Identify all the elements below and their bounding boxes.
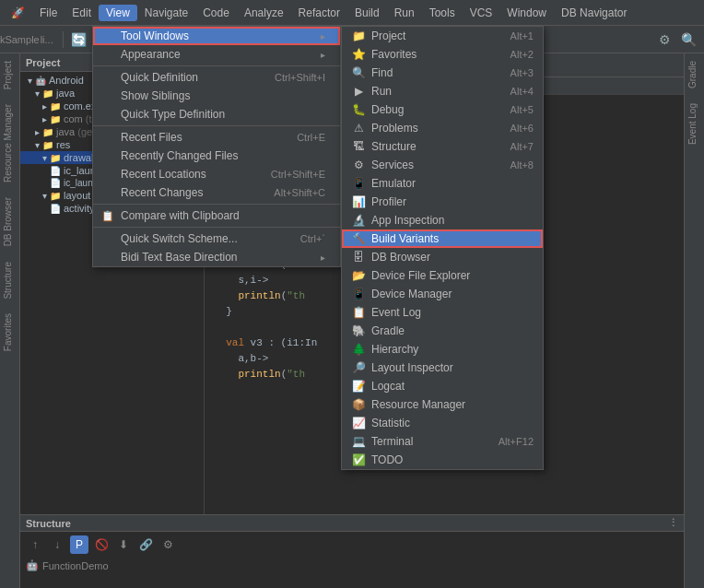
find-shortcut: Alt+3: [510, 67, 534, 78]
bidi-label: Bidi Text Base Direction: [121, 251, 238, 264]
view-sep-1: [93, 65, 340, 66]
settings-btn[interactable]: ⚙: [158, 535, 177, 554]
tool-menu-item-todo[interactable]: ✅ TODO: [342, 451, 543, 469]
view-menu-item-show-siblings[interactable]: Show Siblings: [93, 87, 340, 105]
view-sep-3: [93, 204, 340, 205]
toolbar-module[interactable]: li...: [37, 29, 57, 50]
bottom-panel-options[interactable]: ⋮: [668, 517, 678, 529]
view-menu-item-tool-windows[interactable]: Tool Windows ▸: [93, 27, 340, 45]
view-menu-item-compare-clipboard[interactable]: 📋 Compare with Clipboard: [93, 206, 340, 225]
sort-desc-btn[interactable]: ↓: [48, 535, 66, 554]
tool-menu-item-profiler[interactable]: 📊 Profiler: [342, 193, 543, 211]
view-menu-item-quick-def[interactable]: Quick Definition Ctrl+Shift+I: [93, 68, 340, 87]
tool-menu-item-device-manager[interactable]: 📱 Device Manager: [342, 285, 543, 303]
tool-menu-item-statistic[interactable]: 📈 Statistic: [342, 414, 543, 432]
sidebar-tab-gradle[interactable]: Gradle: [685, 53, 704, 96]
sidebar-tab-event-log[interactable]: Event Log: [685, 96, 704, 152]
view-menu-item-quick-switch[interactable]: Quick Switch Scheme... Ctrl+`: [93, 229, 340, 248]
device-file-tool-icon: 📂: [351, 269, 366, 282]
tool-menu-db-browser-label: DB Browser: [371, 251, 430, 264]
menu-dbnavigator[interactable]: DB Navigator: [554, 5, 634, 21]
tool-menu-item-structure[interactable]: 🏗 Structure Alt+7: [342, 137, 543, 156]
chevron-down-icon-5: ▾: [42, 191, 47, 201]
tool-menu-item-layout-inspector[interactable]: 🔎 Layout Inspector: [342, 359, 543, 377]
menu-run[interactable]: Run: [387, 5, 422, 21]
project-shortcut: Alt+1: [510, 30, 534, 41]
tool-menu-item-run[interactable]: ▶ Run Alt+4: [342, 82, 543, 100]
view-menu-item-recent-files[interactable]: Recent Files Ctrl+E: [93, 128, 340, 147]
tool-menu-statistic-label: Statistic: [371, 417, 410, 429]
menu-logo[interactable]: 🚀: [4, 5, 32, 21]
menu-file[interactable]: File: [32, 5, 65, 21]
recent-files-shortcut: Ctrl+E: [297, 132, 325, 143]
sidebar-tab-project[interactable]: Project: [0, 53, 19, 97]
tool-menu-item-favorites[interactable]: ⭐ Favorites Alt+2: [342, 45, 543, 64]
tool-menu-item-debug[interactable]: 🐛 Debug Alt+5: [342, 100, 543, 119]
hide-btn[interactable]: 🚫: [92, 535, 111, 554]
tool-menu-item-terminal[interactable]: 💻 Terminal Alt+F12: [342, 432, 543, 451]
menu-tools[interactable]: Tools: [422, 5, 463, 21]
menu-refactor[interactable]: Refactor: [291, 5, 347, 21]
tool-menu-app-inspection-label: App Inspection: [371, 214, 444, 227]
menu-code[interactable]: Code: [195, 5, 237, 21]
gradle-tool-icon: 🐘: [351, 324, 366, 337]
tool-menu-item-problems[interactable]: ⚠ Problems Alt+6: [342, 119, 543, 137]
tree-label-android: Android: [49, 75, 84, 86]
menu-view[interactable]: View: [99, 5, 137, 21]
view-menu: Tool Windows ▸ Appearance ▸ Quick Defini…: [92, 26, 341, 267]
tool-menu-item-logcat[interactable]: 📝 Logcat: [342, 377, 543, 395]
debug-tool-icon: 🐛: [351, 103, 366, 116]
menu-navigate[interactable]: Navigate: [137, 5, 195, 21]
toolbar-project[interactable]: jdkSample: [6, 29, 26, 50]
collapse-btn[interactable]: 🔗: [136, 535, 155, 554]
tool-menu-item-db-browser[interactable]: 🗄 DB Browser: [342, 248, 543, 266]
folder-icon-com-test: 📁: [50, 114, 61, 124]
tool-menu-run-label: Run: [371, 85, 392, 98]
tool-menu-item-event-log[interactable]: 📋 Event Log: [342, 303, 543, 322]
sort-asc-btn[interactable]: ↑: [26, 535, 44, 554]
menu-edit[interactable]: Edit: [65, 5, 99, 21]
tool-menu-item-build-variants[interactable]: 🔨 Build Variants: [342, 229, 543, 248]
filter-btn[interactable]: P: [70, 535, 88, 554]
view-menu-item-recently-changed[interactable]: Recently Changed Files: [93, 147, 340, 165]
tool-menu-item-hierarchy[interactable]: 🌲 Hierarchy: [342, 340, 543, 359]
tool-menu-project-label: Project: [371, 29, 405, 42]
tool-menu-item-find[interactable]: 🔍 Find Alt+3: [342, 64, 543, 82]
show-siblings-label: Show Siblings: [121, 89, 190, 102]
tool-menu-item-emulator[interactable]: 📱 Emulator: [342, 174, 543, 193]
expand-btn[interactable]: ⬇: [114, 535, 133, 554]
tool-menu-gradle-label: Gradle: [371, 324, 405, 337]
sidebar-tab-db-browser[interactable]: DB Browser: [0, 190, 19, 253]
tool-menu-item-gradle[interactable]: 🐘 Gradle: [342, 322, 543, 340]
file-icon-1: 📄: [50, 166, 61, 176]
sidebar-tab-favorites[interactable]: Favorites: [0, 306, 19, 359]
tool-menu-item-app-inspection[interactable]: 🔬 App Inspection: [342, 211, 543, 229]
tool-menu-item-project[interactable]: 📁 Project Alt+1: [342, 27, 543, 45]
sidebar-left: Project Resource Manager DB Browser Stru…: [0, 53, 20, 588]
appearance-label: Appearance: [121, 48, 181, 61]
tree-label-layout: layout: [64, 190, 90, 201]
tool-menu-item-resource-manager[interactable]: 📦 Resource Manager: [342, 395, 543, 414]
sidebar-right: Gradle Event Log: [684, 53, 704, 588]
project-name-bottom: FunctionDemo: [42, 560, 109, 571]
profiler-tool-icon: 📊: [351, 195, 366, 208]
sidebar-tab-structure[interactable]: Structure: [0, 254, 19, 307]
menu-analyze[interactable]: Analyze: [237, 5, 291, 21]
menu-window[interactable]: Window: [499, 5, 554, 21]
sidebar-tab-resource-manager[interactable]: Resource Manager: [0, 97, 19, 190]
toolbar-sync[interactable]: 🔄: [69, 29, 89, 50]
view-menu-item-recent-locations[interactable]: Recent Locations Ctrl+Shift+E: [93, 165, 340, 183]
tool-menu-item-services[interactable]: ⚙ Services Alt+8: [342, 156, 543, 174]
view-menu-item-recent-changes[interactable]: Recent Changes Alt+Shift+C: [93, 183, 340, 202]
services-shortcut: Alt+8: [510, 159, 534, 171]
tool-menu-emulator-label: Emulator: [371, 177, 416, 190]
view-menu-item-quick-type[interactable]: Quick Type Definition: [93, 105, 340, 123]
tool-menu-item-device-file[interactable]: 📂 Device File Explorer: [342, 266, 543, 285]
menu-vcs[interactable]: VCS: [463, 5, 500, 21]
toolbar-settings[interactable]: ⚙: [654, 29, 675, 50]
structure-shortcut: Alt+7: [510, 141, 534, 152]
view-menu-item-bidi[interactable]: Bidi Text Base Direction ▸: [93, 248, 340, 266]
view-menu-item-appearance[interactable]: Appearance ▸: [93, 45, 340, 64]
toolbar-search[interactable]: 🔍: [678, 29, 698, 50]
menu-build[interactable]: Build: [347, 5, 387, 21]
